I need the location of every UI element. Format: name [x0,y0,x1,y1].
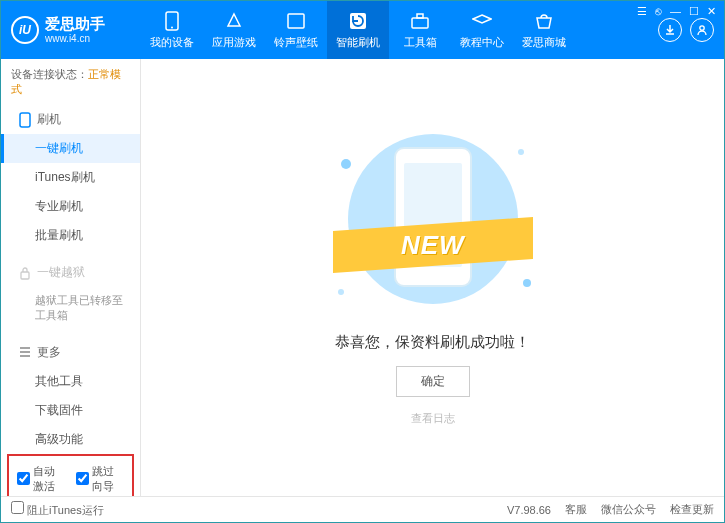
checkbox[interactable] [17,472,30,485]
lock-icon [19,266,31,280]
connection-status: 设备连接状态：正常模式 [1,59,140,105]
nav-store[interactable]: 爱思商城 [513,1,575,59]
version-label: V7.98.66 [507,504,551,516]
confirm-button[interactable]: 确定 [396,366,470,397]
nav-toolbox[interactable]: 工具箱 [389,1,451,59]
maximize-icon[interactable]: ☐ [689,5,699,18]
nav-label: 智能刷机 [336,35,380,50]
sidebar-item-itunes-flash[interactable]: iTunes刷机 [1,163,140,192]
checkbox[interactable] [76,472,89,485]
svg-point-6 [700,26,704,30]
phone-icon [19,112,31,128]
top-nav: 我的设备 应用游戏 铃声壁纸 智能刷机 工具箱 教程中心 [141,1,658,59]
window-controls: ☰ ⎋ — ☐ ✕ [637,5,716,18]
nav-ringtones[interactable]: 铃声壁纸 [265,1,327,59]
apps-icon [224,11,244,31]
download-icon[interactable] [658,18,682,42]
list-icon [19,346,31,358]
body: 设备连接状态：正常模式 刷机 一键刷机 iTunes刷机 专业刷机 批量刷机 一… [1,59,724,496]
graduation-icon [472,11,492,31]
update-link[interactable]: 检查更新 [670,502,714,517]
svg-rect-8 [21,272,29,279]
block-itunes-checkbox[interactable]: 阻止iTunes运行 [11,501,104,518]
checkbox-label: 阻止iTunes运行 [27,504,104,516]
skip-guide-checkbox[interactable]: 跳过向导 [76,464,125,494]
sidebar-item-advanced[interactable]: 高级功能 [1,425,140,454]
titlebar-right [658,18,714,42]
wechat-link[interactable]: 微信公众号 [601,502,656,517]
checkbox-label: 跳过向导 [92,464,125,494]
sidebar-item-download-firmware[interactable]: 下载固件 [1,396,140,425]
nav-label: 我的设备 [150,35,194,50]
store-icon [534,11,554,31]
nav-my-device[interactable]: 我的设备 [141,1,203,59]
nav-label: 工具箱 [404,35,437,50]
connection-label: 设备连接状态： [11,68,88,80]
sidebar-item-other-tools[interactable]: 其他工具 [1,367,140,396]
nav-label: 铃声壁纸 [274,35,318,50]
app-url: www.i4.cn [45,33,105,44]
svg-rect-5 [417,14,423,18]
svg-rect-2 [288,14,304,28]
app-title: 爱思助手 [45,16,105,33]
header-label: 更多 [37,344,61,361]
titlebar: ☰ ⎋ — ☐ ✕ iU 爱思助手 www.i4.cn 我的设备 应用游戏 [1,1,724,59]
sidebar-item-batch-flash[interactable]: 批量刷机 [1,221,140,250]
sidebar-flash-header[interactable]: 刷机 [1,105,140,134]
sidebar-more-header[interactable]: 更多 [1,338,140,367]
statusbar: 阻止iTunes运行 V7.98.66 客服 微信公众号 检查更新 [1,496,724,522]
minimize-icon[interactable]: — [670,5,681,18]
svg-rect-7 [20,113,30,127]
nav-label: 应用游戏 [212,35,256,50]
ribbon-text: NEW [401,230,465,261]
toolbox-icon [410,11,430,31]
sidebar: 设备连接状态：正常模式 刷机 一键刷机 iTunes刷机 专业刷机 批量刷机 一… [1,59,141,496]
success-illustration: NEW [323,129,543,319]
auto-activate-checkbox[interactable]: 自动激活 [17,464,66,494]
nav-apps[interactable]: 应用游戏 [203,1,265,59]
sidebar-item-oneclick-flash[interactable]: 一键刷机 [1,134,140,163]
header-label: 刷机 [37,111,61,128]
menu-icon[interactable]: ☰ [637,5,647,18]
support-link[interactable]: 客服 [565,502,587,517]
refresh-icon [348,11,368,31]
nav-label: 爱思商城 [522,35,566,50]
sidebar-jailbreak-header: 一键越狱 [1,258,140,287]
nav-label: 教程中心 [460,35,504,50]
logo: iU 爱思助手 www.i4.cn [11,16,141,44]
checkbox[interactable] [11,501,24,514]
view-log-link[interactable]: 查看日志 [411,411,455,426]
sidebar-item-pro-flash[interactable]: 专业刷机 [1,192,140,221]
wallpaper-icon [286,11,306,31]
svg-rect-4 [412,18,428,28]
phone-icon [162,11,182,31]
close-icon[interactable]: ✕ [707,5,716,18]
logo-icon: iU [11,16,39,44]
jailbreak-note: 越狱工具已转移至工具箱 [1,287,140,330]
options-highlighted: 自动激活 跳过向导 [7,454,134,496]
success-message: 恭喜您，保资料刷机成功啦！ [335,333,530,352]
header-label: 一键越狱 [37,264,85,281]
user-icon[interactable] [690,18,714,42]
checkbox-label: 自动激活 [33,464,66,494]
nav-smart-flash[interactable]: 智能刷机 [327,1,389,59]
app-window: ☰ ⎋ — ☐ ✕ iU 爱思助手 www.i4.cn 我的设备 应用游戏 [0,0,725,523]
nav-tutorials[interactable]: 教程中心 [451,1,513,59]
main-content: NEW 恭喜您，保资料刷机成功啦！ 确定 查看日志 [141,59,724,496]
svg-point-1 [171,26,173,28]
pin-icon[interactable]: ⎋ [655,5,662,18]
